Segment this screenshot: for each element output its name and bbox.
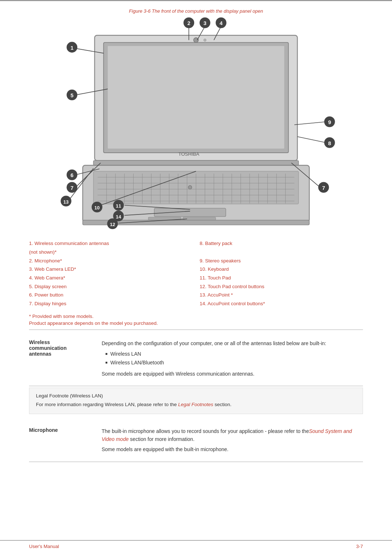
part-2: 2. Microphone* [29,257,192,265]
svg-text:2: 2 [187,20,190,26]
wireless-body: Depending on the configuration of your c… [102,339,363,380]
divider-1 [29,330,363,330]
note2: Product appearance depends on the model … [29,320,363,326]
svg-line-64 [297,137,326,143]
part-12: 12. Touch Pad control buttons [200,282,363,291]
main-content: Figure 3-6 The front of the computer wit… [0,1,392,540]
laptop-diagram: TOSHIBA [29,17,363,232]
part-1b: (not shown)* [29,248,192,257]
footer: User's Manual 3-7 [0,540,392,552]
svg-rect-35 [154,208,226,217]
svg-text:12: 12 [110,222,115,227]
svg-text:3: 3 [204,20,207,26]
footnote-box: Legal Footnote (Wireless LAN) For more i… [29,388,363,414]
svg-text:14: 14 [116,214,121,220]
svg-rect-2 [108,46,284,149]
part-10: 10. Keyboard [200,265,363,274]
svg-text:4: 4 [220,20,223,26]
footer-right: 3-7 [356,544,363,549]
wireless-bullets: Wireless LAN Wireless LAN/Bluetooth [105,350,363,367]
note1: * Provided with some models. [29,314,363,319]
parts-col-left: 1. Wireless communication antennas (not … [29,239,192,308]
wireless-label: Wireless communication antennas [29,339,102,380]
section-wireless: Wireless communication antennas Dependin… [29,334,363,386]
diagram-container: TOSHIBA [29,17,363,232]
footnote-link[interactable]: Legal Footnotes [178,402,213,407]
svg-text:8: 8 [328,140,331,146]
footnote-title: Legal Footnote (Wireless LAN) [36,393,356,398]
microphone-para2: Some models are equipped with the built-… [102,445,363,453]
svg-text:10: 10 [94,205,100,210]
part-4: 4. Web Camera* [29,274,192,282]
part-13: 13. AccuPoint * [200,291,363,299]
svg-rect-6 [93,160,298,165]
wireless-para2: Some models are equipped with Wireless c… [102,370,363,378]
section-microphone: Microphone The built-in microphone allow… [29,421,363,462]
svg-line-67 [294,122,326,124]
part-7: 7. Display hinges [29,299,192,308]
microphone-label: Microphone [29,427,102,456]
part-3: 3. Web Camera LED* [29,265,192,274]
svg-text:7: 7 [322,185,325,191]
part-14: 14. AccuPoint control buttons* [200,299,363,308]
part-8: 8. Battery pack [200,239,363,248]
svg-text:1: 1 [70,45,73,51]
part-9: 9. Stereo speakers [200,257,363,265]
bullet-wlan: Wireless LAN [105,350,363,358]
svg-text:7: 7 [70,185,73,191]
footer-left: User's Manual [29,544,59,549]
page: Figure 3-6 The front of the computer wit… [0,0,392,552]
svg-text:9: 9 [328,119,331,125]
microphone-body: The built-in microphone allows you to re… [102,427,363,456]
part-5: 5. Display screen [29,282,192,291]
svg-point-38 [188,185,192,189]
bullet-wlan-bt: Wireless LAN/Bluetooth [105,359,363,367]
microphone-para1: The built-in microphone allows you to re… [102,427,363,443]
parts-list: 1. Wireless communication antennas (not … [29,239,363,308]
wireless-para1: Depending on the configuration of your c… [102,339,363,347]
svg-point-4 [193,38,198,42]
svg-point-5 [204,39,206,41]
part-11: 11. Touch Pad [200,274,363,282]
svg-text:11: 11 [116,203,121,209]
svg-text:13: 13 [64,199,69,205]
footnote-body: For more information regarding Wireless … [36,401,356,409]
part-1: 1. Wireless communication antennas [29,239,192,248]
svg-text:6: 6 [70,172,73,178]
svg-text:5: 5 [70,93,73,98]
figure-caption: Figure 3-6 The front of the computer wit… [29,8,363,14]
part-spacer [200,248,363,257]
part-6: 6. Power button [29,291,192,299]
parts-col-right: 8. Battery pack 9. Stereo speakers 10. K… [200,239,363,308]
svg-text:TOSHIBA: TOSHIBA [179,151,200,157]
